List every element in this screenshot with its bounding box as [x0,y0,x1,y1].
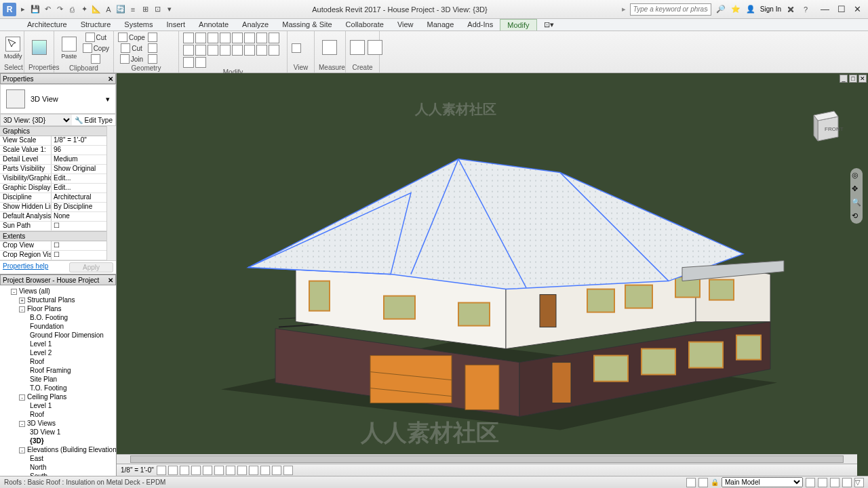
modify-tool[interactable] [256,45,267,56]
tree-node[interactable]: -Floor Plans [1,304,115,313]
tree-node[interactable]: Roof [1,410,115,419]
properties-scrollbar[interactable] [106,126,116,260]
hide-icon[interactable] [214,466,224,475]
modify-tool-button[interactable]: Modify [4,35,22,62]
create-button[interactable] [350,35,365,62]
steering-wheel-icon[interactable]: ◎ [852,171,861,180]
detail-icon[interactable] [157,466,166,475]
view-min-icon[interactable]: _ [840,75,848,83]
reveal-icon[interactable] [226,466,235,475]
qat-redo-icon[interactable]: ↷ [54,4,65,15]
match-button[interactable] [83,54,109,64]
copy-button[interactable]: Copy [83,43,109,53]
view-close-icon[interactable]: ✕ [859,75,867,83]
temp-icon[interactable] [237,466,247,475]
modify-tool[interactable] [183,33,194,43]
type-selector[interactable]: 3D View ▾ [0,84,116,114]
qat-btn-icon[interactable]: ≡ [127,4,138,15]
tab-modify[interactable]: Modify [500,19,536,30]
qat-btn-icon[interactable]: 📐 [91,4,102,15]
crop-icon[interactable] [203,466,212,475]
maximize-icon[interactable]: ☐ [837,4,846,14]
tab-massingsite[interactable]: Massing & Site [275,19,338,30]
viewcube[interactable]: FRONT [804,107,848,150]
tree-node[interactable]: -Ceiling Plans [1,392,115,401]
tree-node[interactable]: T.O. Footing [1,384,115,392]
status-btn[interactable] [830,478,840,487]
exchange-icon[interactable]: 🗙 [785,4,796,15]
geom-btn[interactable] [148,33,157,42]
constraints-icon[interactable] [272,466,281,475]
analytics-icon[interactable] [260,466,270,475]
qat-btn-icon[interactable]: 🔄 [115,4,126,15]
properties-help-link[interactable]: Properties help [3,262,48,272]
orbit-icon[interactable]: ⟲ [852,211,861,221]
cut-geom-button[interactable]: Cut [118,43,145,53]
tree-node[interactable]: Level 2 [1,348,115,357]
tab-manage[interactable]: Manage [420,19,461,30]
tree-node[interactable]: -Elevations (Building Elevation) [1,445,115,454]
view-max-icon[interactable]: □ [849,75,857,83]
modify-tool[interactable] [232,33,243,43]
apply-button[interactable]: Apply [69,262,113,272]
modify-tool[interactable] [269,45,279,56]
reveal2-icon[interactable] [283,466,293,475]
tree-node[interactable]: Level 1 [1,340,115,348]
modify-tool[interactable] [232,45,243,56]
cope-button[interactable]: Cope [118,33,145,42]
tree-node[interactable]: Level 1 [1,401,115,410]
tree-node[interactable]: -3D Views [1,419,115,428]
create-button2[interactable] [368,35,382,62]
tree-node[interactable]: 3D View 1 [1,428,115,436]
zoom-icon[interactable]: 🔍 [852,198,861,207]
navigation-bar[interactable]: ◎ ✥ 🔍 ⟲ [850,168,863,224]
property-row[interactable]: Graphic Display O...Edit... [0,184,116,193]
worksets-icon[interactable] [249,466,258,475]
tree-node[interactable]: East [1,454,115,463]
modify-tool[interactable] [195,33,206,43]
properties-button[interactable] [28,35,50,62]
property-row[interactable]: Visibility/Graphic...Edit... [0,174,116,184]
qat-btn-icon[interactable]: ⊡ [152,4,163,15]
qat-btn-icon[interactable]: ✦ [79,4,90,15]
horizontal-scrollbar[interactable] [117,454,857,464]
signin-label[interactable]: Sign In [760,5,781,13]
property-row[interactable]: Parts VisibilityShow Original [0,165,116,174]
ribbon-state-icon[interactable]: ⊡▾ [537,19,561,30]
modify-tool[interactable] [195,45,206,56]
close-icon[interactable]: ✕ [854,4,861,14]
close-browser-icon[interactable]: ✕ [108,277,113,284]
qat-dropdown-icon[interactable]: ▾ [164,4,175,15]
tree-node[interactable]: -Views (all) [1,287,115,296]
tree-node[interactable]: {3D} [1,436,115,445]
join-button[interactable]: Join [118,54,145,64]
qat-save-icon[interactable]: 💾 [30,4,41,15]
qat-btn-icon[interactable]: ⊞ [140,4,151,15]
tree-node[interactable]: Foundation [1,322,115,331]
geom-btn[interactable] [148,54,157,64]
qat-print-icon[interactable]: ⎙ [66,4,77,15]
status-btn[interactable] [806,478,815,487]
main-model-selector[interactable]: Main Model [722,477,803,487]
property-row[interactable]: Scale Value 1:96 [0,146,116,155]
pan-icon[interactable]: ✥ [852,184,861,194]
tree-node[interactable]: Ground Floor Dimension [1,331,115,340]
close-panel-icon[interactable]: ✕ [108,75,113,83]
tree-node[interactable]: North [1,463,115,472]
paste-button[interactable]: Paste [58,35,80,62]
property-row[interactable]: View Scale1/8" = 1'-0" [0,136,116,146]
status-btn[interactable] [698,478,708,487]
modify-tool[interactable] [244,45,255,56]
3d-viewport[interactable]: _ □ ✕ FRONT ◎ ✥ 🔍 ⟲ [117,73,868,476]
property-row[interactable]: DisciplineArchitectural [0,193,116,203]
shadows-icon[interactable] [191,466,201,475]
modify-tool[interactable] [208,33,218,43]
tree-node[interactable]: B.O. Footing [1,313,115,322]
modify-tool[interactable] [208,45,218,56]
tab-analyze[interactable]: Analyze [235,19,275,30]
edit-type-button[interactable]: 🔧Edit Type [72,117,115,124]
sun-icon[interactable] [180,466,189,475]
instance-selector[interactable]: 3D View: {3D} [1,115,72,125]
geom-btn[interactable] [148,43,157,53]
modify-tool[interactable] [269,33,279,43]
